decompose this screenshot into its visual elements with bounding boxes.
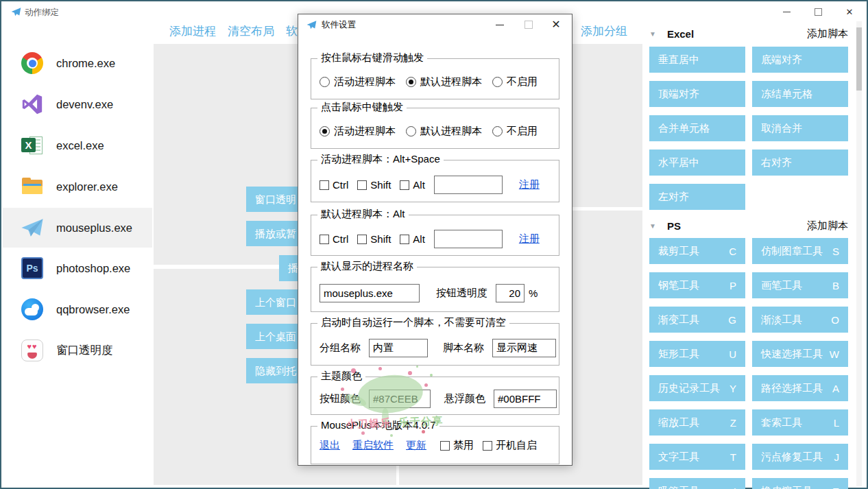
radio-disabled[interactable]: 不启用 (492, 75, 538, 88)
script-button[interactable]: 垂直居中 (649, 47, 745, 73)
add-script-link[interactable]: 添加脚本 (807, 219, 848, 232)
script-button[interactable]: 缩放工具Z (649, 409, 745, 436)
sidebar-item-explorer[interactable]: explorer.exe (3, 167, 152, 206)
maximize-button[interactable] (802, 3, 834, 21)
script-button[interactable]: 历史记录工具Y (649, 375, 745, 401)
add-script-link[interactable]: 添加脚本 (807, 27, 848, 40)
app-window: 动作绑定 ✕ chrome.exe devenv.exe X excel.exe (0, 0, 868, 489)
checkbox-alt[interactable]: Alt (400, 233, 425, 245)
script-button[interactable]: 钢笔工具P (649, 272, 745, 298)
radio-default-process-script[interactable]: 默认进程脚本 (406, 125, 482, 138)
script-button[interactable]: 顶端对齐 (649, 81, 745, 107)
sidebar-item-devenv[interactable]: devenv.exe (3, 84, 152, 124)
register-link[interactable]: 注册 (519, 178, 540, 191)
update-link[interactable]: 更新 (406, 439, 426, 452)
button-color-input[interactable] (369, 390, 431, 408)
script-button[interactable]: 画笔工具B (752, 272, 848, 298)
script-button[interactable]: 路径选择工具A (752, 375, 848, 401)
checkbox-icon (357, 235, 367, 244)
checkbox-autostart[interactable]: 开机自启 (483, 439, 537, 452)
script-button[interactable]: 矩形工具U (649, 341, 745, 367)
radio-default-process-script[interactable]: 默认进程脚本 (406, 75, 482, 88)
script-button[interactable]: 冻结单元格 (752, 81, 848, 107)
script-button[interactable]: 仿制图章工具S (752, 238, 848, 264)
radio-active-process-script[interactable]: 活动进程脚本 (320, 125, 396, 138)
script-button[interactable]: 橡皮擦工具E (752, 478, 848, 489)
sidebar-item-chrome[interactable]: chrome.exe (3, 43, 152, 83)
sidebar-item-label: 窗口透明度 (56, 343, 113, 358)
script-key: J (834, 451, 840, 463)
nav-add-group[interactable]: 添加分组 (581, 23, 627, 39)
sidebar-item-photoshop[interactable]: Ps photoshop.exe (3, 248, 152, 288)
checkbox-icon (320, 180, 329, 190)
script-button[interactable]: 裁剪工具C (649, 238, 745, 264)
dialog-titlebar[interactable]: 软件设置 ✕ (298, 14, 572, 35)
checkbox-shift[interactable]: Shift (357, 233, 391, 245)
group-name-input[interactable] (369, 339, 428, 357)
group-legend: 点击鼠标中键触发 (317, 101, 407, 114)
sidebar-item-mouseplus[interactable]: mouseplus.exe (3, 208, 152, 248)
minimize-button[interactable] (771, 3, 802, 21)
exit-link[interactable]: 退出 (320, 439, 340, 452)
checkbox-alt[interactable]: Alt (400, 179, 425, 191)
script-button[interactable]: 左对齐 (649, 184, 745, 210)
restart-link[interactable]: 重启软件 (352, 439, 394, 452)
script-button[interactable]: 套索工具L (752, 409, 848, 436)
script-label: 画笔工具 (761, 279, 802, 292)
script-button[interactable]: 取消合并 (752, 115, 848, 141)
script-button[interactable]: 右对齐 (752, 150, 848, 176)
script-button[interactable]: 文字工具T (649, 444, 745, 470)
script-button[interactable]: 污点修复工具J (752, 444, 848, 470)
group-legend: 活动进程脚本：Alt+Space (317, 153, 444, 166)
checkbox-icon (400, 235, 409, 244)
script-label: 文字工具 (658, 451, 699, 464)
script-button[interactable]: 底端对齐 (752, 47, 848, 73)
default-hotkey-input[interactable] (434, 230, 503, 248)
script-button[interactable]: 合并单元格 (649, 115, 745, 141)
close-button[interactable]: ✕ (834, 3, 865, 21)
maximize-icon (525, 21, 533, 29)
group-right-drag-trigger: 按住鼠标右键滑动触发 活动进程脚本 默认进程脚本 不启用 (311, 58, 559, 99)
dialog-minimize-button[interactable] (488, 16, 511, 34)
group-legend: 主题颜色 (317, 370, 365, 383)
scrollbar-track[interactable] (856, 21, 862, 486)
script-label: 历史记录工具 (658, 382, 720, 395)
script-button[interactable]: 渐变工具G (649, 307, 745, 333)
script-label: 缩放工具 (658, 416, 699, 429)
script-key: B (832, 280, 839, 291)
active-hotkey-input[interactable] (434, 176, 503, 194)
radio-active-process-script[interactable]: 活动进程脚本 (320, 75, 396, 88)
dialog-close-button[interactable]: ✕ (544, 16, 568, 34)
script-button[interactable]: 吸管工具I (649, 478, 745, 489)
radio-disabled[interactable]: 不启用 (492, 125, 538, 138)
checkbox-disable[interactable]: 禁用 (440, 439, 474, 452)
checkbox-ctrl[interactable]: Ctrl (320, 233, 348, 245)
checkbox-ctrl[interactable]: Ctrl (320, 179, 348, 191)
hover-color-label: 悬浮颜色 (444, 392, 485, 405)
script-key: G (728, 314, 736, 326)
dialog-maximize-button[interactable] (517, 16, 540, 34)
checkbox-icon (357, 180, 367, 190)
opacity-input[interactable] (496, 284, 525, 302)
nav-clear-layout[interactable]: 清空布局 (228, 23, 274, 39)
nav-add-process[interactable]: 添加进程 (169, 23, 216, 39)
sidebar-item-excel[interactable]: X excel.exe (3, 126, 152, 165)
script-name-input[interactable] (492, 339, 556, 357)
scrollbar-thumb[interactable] (856, 27, 862, 91)
chevron-down-icon[interactable]: ▼ (649, 30, 656, 38)
script-key: Z (730, 417, 736, 429)
checkbox-shift[interactable]: Shift (357, 179, 391, 191)
script-button[interactable]: 渐淡工具O (752, 307, 848, 333)
script-name-label: 脚本名称 (443, 342, 484, 355)
radio-selected-icon (320, 126, 330, 136)
sidebar-item-qqbrowser[interactable]: qqbrowser.exe (3, 289, 152, 329)
chevron-down-icon[interactable]: ▼ (649, 222, 656, 230)
sidebar-item-window-opacity[interactable]: ♥♥ 窗口透明度 (3, 331, 152, 370)
script-button[interactable]: 水平居中 (649, 150, 745, 176)
script-label: 快速选择工具 (761, 348, 823, 361)
script-button[interactable]: 快速选择工具W (752, 341, 848, 367)
hover-color-input[interactable] (494, 390, 557, 408)
script-label: 渐淡工具 (761, 313, 802, 326)
register-link[interactable]: 注册 (519, 232, 540, 246)
process-name-input[interactable] (320, 284, 420, 302)
